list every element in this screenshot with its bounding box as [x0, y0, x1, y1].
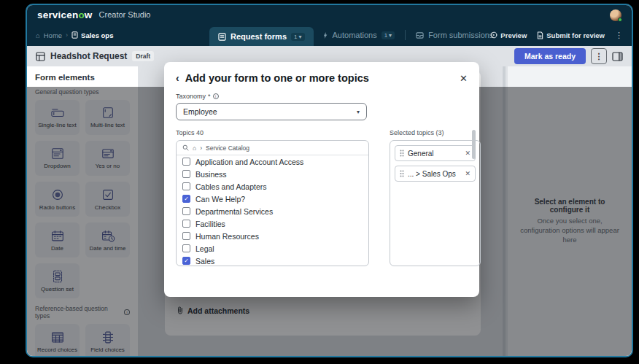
taxonomy-label: Taxonomy * i: [176, 93, 468, 100]
tab-automations[interactable]: Automations 1▾: [314, 24, 404, 46]
tab-badge[interactable]: 1▾: [291, 33, 304, 41]
selected-topic-chip[interactable]: General ✕: [395, 145, 476, 161]
form-tile-icon: [36, 52, 45, 61]
tab-request-forms[interactable]: Request forms 1▾: [209, 27, 314, 46]
breadcrumb-current: Sales ops: [71, 31, 113, 39]
remove-chip-icon[interactable]: ✕: [465, 170, 470, 177]
bolt-icon: [322, 31, 328, 39]
top-header: servicenow Creator Studio ⌂ Home › Sales…: [27, 5, 632, 46]
preview-icon: [490, 31, 497, 39]
drag-handle-icon[interactable]: [400, 150, 404, 157]
screenshot-frame: servicenow Creator Studio ⌂ Home › Sales…: [0, 0, 639, 364]
chevron-down-icon: ▾: [389, 32, 392, 39]
topic-row[interactable]: ✓Can We Help?: [177, 193, 368, 205]
topic-row[interactable]: ✓Sales: [177, 255, 368, 266]
product-name: Creator Studio: [99, 10, 151, 19]
topic-checkbox[interactable]: [182, 182, 190, 190]
topic-row[interactable]: Human Resources: [177, 230, 368, 242]
topic-checkbox[interactable]: [182, 232, 190, 240]
submit-doc-icon: [537, 31, 543, 39]
back-chevron-icon[interactable]: ‹: [176, 73, 179, 83]
nav-row: ⌂ Home › Sales ops Request forms 1▾: [27, 24, 632, 46]
topics-search-row[interactable]: ⌂ › Service Catalog: [177, 141, 368, 155]
info-icon: i: [213, 93, 219, 99]
add-topics-modal: ‹ Add your form to one or more topics ✕ …: [164, 62, 479, 297]
topics-count-label: Topics 40: [176, 129, 369, 136]
status-dot: [618, 18, 622, 22]
panel-toggle-button[interactable]: [612, 52, 623, 61]
topic-checkbox-checked[interactable]: ✓: [182, 195, 190, 203]
brand-row: servicenow Creator Studio: [27, 5, 632, 24]
selected-count-label: Selected topics (3): [390, 129, 481, 136]
breadcrumb: ⌂ Home › Sales ops: [36, 31, 113, 39]
breadcrumb-home[interactable]: Home: [44, 31, 62, 39]
modal-title: Add your form to one or more topics: [185, 72, 369, 84]
home-icon[interactable]: ⌂: [193, 144, 196, 152]
form-title: Headshot Request: [50, 51, 127, 61]
logo-green-o: o: [78, 9, 84, 20]
topic-checkbox[interactable]: [182, 207, 190, 215]
nav-kebab-menu[interactable]: ⋮: [615, 31, 623, 40]
topics-column: Topics 40 ⌂ › Service Catalog Applicatio…: [176, 129, 369, 266]
topic-row[interactable]: Business: [177, 168, 368, 180]
sidebar-title: Form elements: [35, 73, 130, 82]
submissions-icon: [416, 31, 424, 39]
tab-divider: [405, 30, 406, 40]
modal-scrollbar-thumb[interactable]: [472, 130, 476, 159]
taxonomy-select[interactable]: Employee ▾: [176, 103, 367, 120]
app-window: servicenow Creator Studio ⌂ Home › Sales…: [26, 4, 633, 357]
main-tabs: Request forms 1▾ Automations 1▾ Form sub…: [209, 24, 502, 46]
tab-badge[interactable]: 1▾: [382, 31, 395, 39]
topic-checkbox-checked[interactable]: ✓: [182, 257, 190, 265]
topic-row[interactable]: Facilities: [177, 217, 368, 230]
chevron-down-icon: ▾: [298, 34, 301, 40]
document-icon: [71, 31, 78, 39]
drag-handle-icon[interactable]: [400, 170, 404, 177]
selected-topics-list: General ✕ ... > Sales Ops ✕: [390, 140, 481, 266]
toolbar-kebab-button[interactable]: ⋮: [591, 48, 607, 64]
mark-as-ready-button[interactable]: Mark as ready: [514, 48, 586, 64]
form-icon: [218, 33, 226, 41]
user-avatar[interactable]: [610, 9, 621, 21]
remove-chip-icon[interactable]: ✕: [465, 150, 470, 157]
topic-checkbox[interactable]: [182, 220, 190, 228]
topics-breadcrumb[interactable]: Service Catalog: [206, 144, 249, 152]
tab-form-submissions[interactable]: Form submissions: [407, 24, 502, 46]
selected-topic-chip[interactable]: ... > Sales Ops ✕: [395, 166, 476, 182]
required-asterisk: *: [208, 93, 211, 100]
submit-for-review-button[interactable]: Submit for review: [537, 31, 605, 39]
chevron-down-icon: ▾: [357, 109, 360, 115]
topic-row[interactable]: Application and Account Access: [177, 155, 368, 168]
topic-checkbox[interactable]: [182, 244, 190, 252]
preview-button[interactable]: Preview: [490, 31, 527, 39]
topic-row[interactable]: Cables and Adapters: [177, 180, 368, 193]
topic-row[interactable]: Departmental Services: [177, 205, 368, 217]
servicenow-logo: servicenow: [37, 9, 93, 20]
status-badge: Draft: [132, 51, 154, 61]
close-icon[interactable]: ✕: [460, 74, 468, 83]
home-icon: ⌂: [36, 31, 40, 39]
chevron-right-icon: ›: [200, 144, 202, 152]
nav-actions: Preview Submit for review ⋮: [490, 24, 623, 46]
chevron-right-icon: ›: [66, 31, 68, 39]
search-icon: [182, 144, 189, 151]
topic-checkbox[interactable]: [182, 158, 190, 166]
selected-column: Selected topics (3) General ✕ ... > Sale…: [390, 129, 481, 266]
topic-row[interactable]: Legal: [177, 242, 368, 255]
topics-list: ⌂ › Service Catalog Application and Acco…: [176, 140, 369, 266]
topic-checkbox[interactable]: [182, 170, 190, 178]
